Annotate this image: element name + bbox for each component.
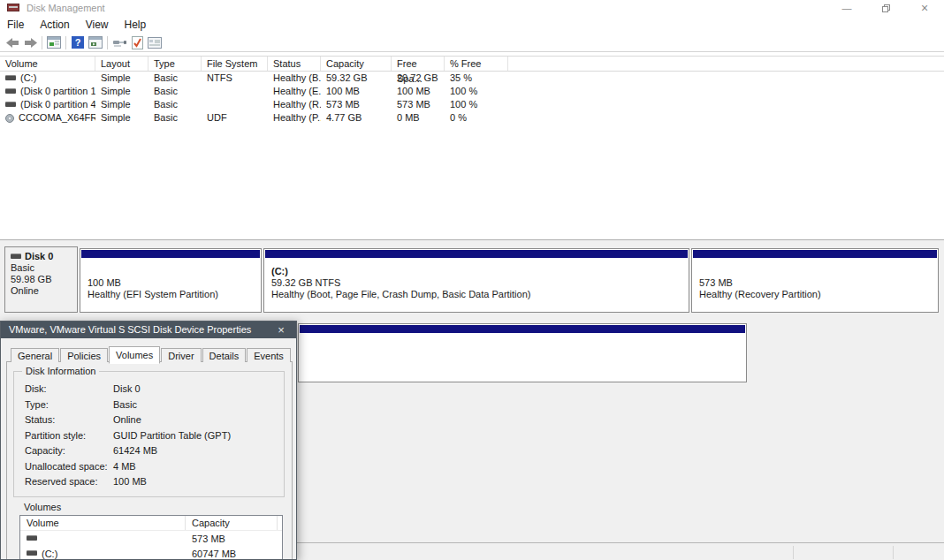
table-row[interactable]: (Disk 0 partition 1) Simple Basic Health… xyxy=(0,85,944,98)
column-header-pct-free[interactable]: % Free xyxy=(445,57,508,71)
table-row[interactable]: (C:) Simple Basic NTFS Healthy (B... 59.… xyxy=(0,72,944,85)
field-label: Partition style: xyxy=(25,429,113,445)
volume-capacity: 573 MB xyxy=(186,534,278,544)
tab-policies[interactable]: Policies xyxy=(60,348,108,362)
list-item[interactable]: (C:) 60747 MB xyxy=(20,546,282,560)
column-header-file-system[interactable]: File System xyxy=(202,57,268,71)
properties-icon[interactable] xyxy=(146,35,164,50)
table-row[interactable]: CCCOMA_X64FRE... Simple Basic UDF Health… xyxy=(0,111,944,125)
dialog-close-button[interactable]: × xyxy=(270,322,293,338)
menu-view[interactable]: View xyxy=(78,16,117,34)
column-header-free-space[interactable]: Free Spa... xyxy=(392,57,445,71)
back-icon[interactable] xyxy=(4,35,21,50)
fs-cell xyxy=(202,85,268,98)
partition-status: Healthy (EFI System Partition) xyxy=(88,289,259,300)
disk0-size: 59.98 GB xyxy=(11,274,77,285)
volume-name: (Disk 0 partition 1) xyxy=(20,85,95,98)
disk-icon xyxy=(5,89,16,94)
field-value: 61424 MB xyxy=(113,444,157,460)
column-header-status[interactable]: Status xyxy=(268,57,321,71)
pct-free-cell: 100 % xyxy=(445,98,508,111)
toolbar-separator xyxy=(42,36,42,49)
partition-c[interactable]: (C:) 59.32 GB NTFS Healthy (Boot, Page F… xyxy=(263,248,689,313)
tab-driver[interactable]: Driver xyxy=(161,348,201,362)
field-label: Type: xyxy=(25,398,113,414)
field-value: GUID Partition Table (GPT) xyxy=(113,429,231,445)
disk0-status: Online xyxy=(11,285,77,297)
volumes-tab-panel: Disk Information Disk:Disk 0 Type:Basic … xyxy=(6,361,293,560)
console-window-icon[interactable] xyxy=(45,35,63,50)
forward-icon[interactable] xyxy=(21,35,39,50)
pct-free-cell: 100 % xyxy=(445,85,508,98)
partition-size: 573 MB xyxy=(699,277,936,289)
close-button[interactable]: × xyxy=(905,0,944,16)
field-label: Capacity: xyxy=(25,444,113,460)
partition-color-bar xyxy=(265,250,688,258)
layout-cell: Simple xyxy=(95,111,148,125)
field-label: Reserved space: xyxy=(25,475,113,491)
pct-free-cell: 0 % xyxy=(445,111,508,125)
disk-icon xyxy=(27,551,37,556)
tab-events[interactable]: Events xyxy=(247,348,291,362)
status-cell: Healthy (B... xyxy=(268,72,321,85)
disk-properties-dialog: VMware, VMware Virtual S SCSI Disk Devic… xyxy=(0,321,297,560)
toolbar: ? xyxy=(0,34,944,52)
disk0-label-box[interactable]: Disk 0 Basic 59.98 GB Online xyxy=(4,246,78,313)
help-icon[interactable]: ? xyxy=(69,35,87,50)
field-label: Disk: xyxy=(25,382,113,398)
partition-color-bar xyxy=(81,250,260,258)
dialog-column-volume[interactable]: Volume xyxy=(20,516,186,530)
dialog-column-capacity[interactable]: Capacity xyxy=(186,516,278,530)
disk-information-label: Disk Information xyxy=(22,366,99,376)
layout-cell: Simple xyxy=(95,72,148,85)
column-header-capacity[interactable]: Capacity xyxy=(321,57,392,71)
field-value: 4 MB xyxy=(113,460,136,476)
partition-status: Healthy (Boot, Page File, Crash Dump, Ba… xyxy=(271,289,687,300)
screwdriver-icon[interactable] xyxy=(110,35,128,50)
status-bar-divider xyxy=(893,546,894,559)
dialog-title: VMware, VMware Virtual S SCSI Disk Devic… xyxy=(9,324,251,335)
show-window-icon[interactable] xyxy=(87,35,104,50)
disk-icon xyxy=(5,102,16,107)
list-item[interactable]: 573 MB xyxy=(20,531,282,546)
menu-help[interactable]: Help xyxy=(117,16,155,34)
toolbar-separator xyxy=(107,36,108,49)
capacity-cell: 573 MB xyxy=(321,98,392,111)
field-value: Disk 0 xyxy=(113,382,141,398)
partition-letter: (C:) xyxy=(271,266,687,277)
field-value: Online xyxy=(113,413,141,429)
layout-cell: Simple xyxy=(95,98,148,111)
tab-general[interactable]: General xyxy=(11,348,59,362)
type-cell: Basic xyxy=(148,98,202,111)
restore-icon xyxy=(882,4,890,12)
partition-efi[interactable]: 100 MB Healthy (EFI System Partition) xyxy=(80,248,262,313)
status-cell: Healthy (E... xyxy=(268,85,321,98)
toolbar-separator xyxy=(65,36,66,49)
capacity-cell: 4.77 GB xyxy=(321,111,392,125)
free-space-cell: 573 MB xyxy=(392,98,445,111)
disk0-type: Basic xyxy=(11,262,77,274)
cdrom-partition[interactable] xyxy=(298,323,747,382)
menu-action[interactable]: Action xyxy=(32,16,77,34)
dialog-titlebar[interactable]: VMware, VMware Virtual S SCSI Disk Devic… xyxy=(1,322,296,338)
column-header-volume[interactable]: Volume xyxy=(0,57,95,71)
field-value: Basic xyxy=(113,398,137,414)
partition-size: 100 MB xyxy=(88,277,259,289)
tab-volumes[interactable]: Volumes xyxy=(109,346,160,364)
partition-color-bar xyxy=(693,250,937,258)
disk-information-groupbox: Disk Information Disk:Disk 0 Type:Basic … xyxy=(13,371,285,497)
table-row[interactable]: (Disk 0 partition 4) Simple Basic Health… xyxy=(0,98,944,111)
volume-capacity: 60747 MB xyxy=(186,549,278,559)
partition-recovery[interactable]: 573 MB Healthy (Recovery Partition) xyxy=(691,248,939,313)
column-header-type[interactable]: Type xyxy=(148,57,202,71)
fs-cell: UDF xyxy=(202,111,268,125)
tab-details[interactable]: Details xyxy=(202,348,247,362)
check-document-icon[interactable] xyxy=(128,35,146,50)
restore-button[interactable] xyxy=(866,0,905,16)
status-cell: Healthy (R... xyxy=(268,98,321,111)
column-header-layout[interactable]: Layout xyxy=(95,57,148,71)
free-space-cell: 100 MB xyxy=(392,85,445,98)
minimize-button[interactable]: — xyxy=(827,0,866,16)
volumes-section-label: Volumes xyxy=(24,502,61,512)
menu-file[interactable]: File xyxy=(0,16,32,34)
